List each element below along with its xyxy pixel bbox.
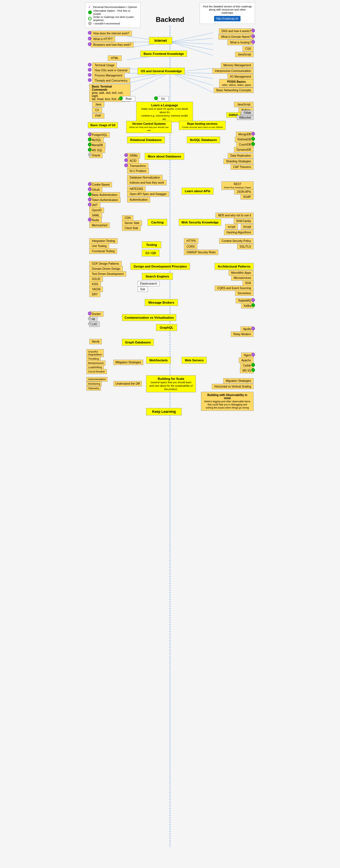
basic-git-box: Basic Usage of Git (88, 122, 118, 128)
check-how-internet: ✓ (88, 31, 92, 35)
authentication-box: Authentication (127, 197, 150, 203)
transactions-box: Transactions (127, 163, 148, 168)
dns-box: DNS and how it works? (219, 28, 254, 34)
svg-line-6 (170, 42, 213, 44)
info-box: Find the detailed version of this roadma… (199, 2, 255, 24)
learn-apis-box: Learn about APIs (182, 188, 214, 194)
apache-box: Apache (239, 358, 254, 363)
hashing-box: Hashing Algorithms (224, 230, 254, 235)
process-mgmt-box: Process Management (92, 73, 125, 78)
check-cookie: ✓ (88, 182, 92, 186)
legend-item-3: ✓ Order in roadmap not strict (Learn any… (88, 16, 137, 22)
what-http-box: What is HTTP? (91, 36, 115, 42)
check-token-auth: ✓ (88, 197, 92, 201)
dot-rkt (88, 317, 92, 320)
browsers-box: Browsers and how they work? (91, 42, 134, 48)
acid-box: ACID (127, 158, 139, 163)
json-apis-box: JSON APIs (234, 189, 254, 194)
legend-item-4: I wouldn't recommend (88, 22, 137, 25)
networking-box: Basic Networking Concepts (214, 88, 254, 93)
server-side-box: Server Side (122, 220, 142, 226)
integration-testing-box: Integration Testing (89, 238, 118, 244)
check-ms-iis: ✓ (251, 368, 255, 372)
search-engines-box: Search Engines (142, 273, 173, 280)
graphql-box: GraphQL (156, 324, 177, 331)
check-hosting: ✓ (251, 40, 255, 44)
svg-line-5 (170, 38, 213, 42)
check-postgresql: ✓ (88, 132, 92, 136)
javascript-lang-box: JavaScript (234, 102, 254, 107)
hateoas-box: HATEOAS (127, 186, 146, 192)
check-what-http: ✓ (88, 37, 92, 40)
posix-box: POSIX Basicsstdin, stdout, stderr, pipes (219, 79, 254, 88)
telemetry-box: Telemetry (86, 386, 101, 391)
db-normalization-box: Database Normalization (127, 175, 163, 180)
horizontal-scaling-box: Horizontal vs Vertical Scaling (212, 384, 254, 389)
basic-frontend-box: Basic Frontend Knowledge (141, 51, 187, 57)
sha-box: SHA Family (234, 218, 254, 224)
rest-box: RESTRead Roy Fielding's Paper (221, 181, 254, 190)
svg-line-4 (170, 33, 213, 42)
java-box: Java (92, 102, 104, 107)
cookie-box: Cookie Based (89, 182, 112, 187)
ssl-tls-box: SSL/TLS (237, 244, 254, 249)
check-oauth: ✓ (88, 187, 92, 191)
testing-box: Testing (142, 241, 161, 248)
monolithic-box: Monolithic Apps (228, 270, 254, 276)
microservices-box: Microservices (231, 275, 254, 281)
check-basic-auth: ✓ (88, 192, 92, 196)
check-orms: ✓ (124, 153, 128, 157)
io-mgmt-box: I/O Management (227, 74, 254, 79)
how-internet-box: How does the internet work? (91, 31, 132, 36)
cicd-box: CI / CD (142, 250, 159, 256)
rust-box: Rust (122, 96, 135, 101)
csp-box: Content Security Policy (219, 238, 254, 244)
terminal-box: Terminal Usage (92, 63, 117, 68)
check-rust: ✓ (119, 96, 123, 100)
cors-box: CORS (184, 244, 197, 249)
page-title: Backend (156, 16, 184, 24)
client-side-box: Client Side (122, 225, 141, 231)
check-nginx: ✓ (251, 353, 255, 356)
mysql-box: MySQL (89, 137, 104, 143)
containerization-box: Containerization vs Virtualization (122, 314, 176, 321)
css-box: CSS (243, 46, 254, 52)
check-rethinkdb: ✓ (251, 137, 255, 141)
soa-box: SOA (243, 280, 254, 286)
memcached-box: Memcached (89, 223, 110, 228)
relay-box: Relay Modern (231, 332, 254, 337)
rabbitmq-box: RabbitMQ (236, 298, 254, 303)
neo4j-box: Neo4j (89, 339, 102, 344)
indexes-box: Indexes and how they work (127, 180, 166, 185)
check-os: ✓ (88, 68, 92, 72)
memory-mgmt-box: Memory Management (221, 63, 254, 68)
solr-box: Solr (137, 287, 148, 292)
svg-line-7 (170, 42, 213, 50)
go-box: Go (157, 96, 168, 101)
javascript-internet-box: JavaScript (235, 52, 254, 57)
nosql-box: NoSQL Databases (187, 136, 220, 143)
elasticsearch-box: Elasticsearch (137, 281, 159, 286)
domain-box: What is Domain Name? (218, 34, 254, 39)
keep-learning-box: Keep Learning (146, 408, 182, 415)
web-security-box: Web Security Knowledge (179, 219, 221, 226)
token-auth-box: Token Authentication (89, 197, 121, 203)
design-principles-box: Design and Development Principles (130, 263, 190, 270)
interprocess-box: Interprocess Communication (212, 68, 254, 74)
check-go: ✓ (154, 96, 158, 100)
md5-box: MD5 and why not to use it (215, 213, 254, 218)
monitoring-box: Monitoring (86, 381, 102, 386)
functional-testing-box: Functional Testing (89, 248, 117, 254)
migration-box: Migration Strategies (223, 378, 254, 383)
check-acid: ✓ (124, 158, 128, 162)
check-rabbitmq: ✓ (251, 298, 255, 302)
mssql-box: MS SQL (89, 148, 105, 153)
legend: ✓ Personal Recommendation / Opinion ✓ Al… (85, 2, 141, 28)
url-button[interactable]: http://roadmap.sh (214, 16, 241, 21)
legend-item-1: ✓ Personal Recommendation / Opinion (88, 5, 137, 9)
openapi-box: Open API Spec and Swagger (127, 191, 169, 197)
check-domain: ✓ (251, 34, 255, 38)
circuit-breaker-box: Circuit Breaker (86, 369, 107, 374)
n1-box: N+1 Problem (127, 168, 149, 174)
os-general-box: OS and General Knowledge (137, 68, 185, 74)
